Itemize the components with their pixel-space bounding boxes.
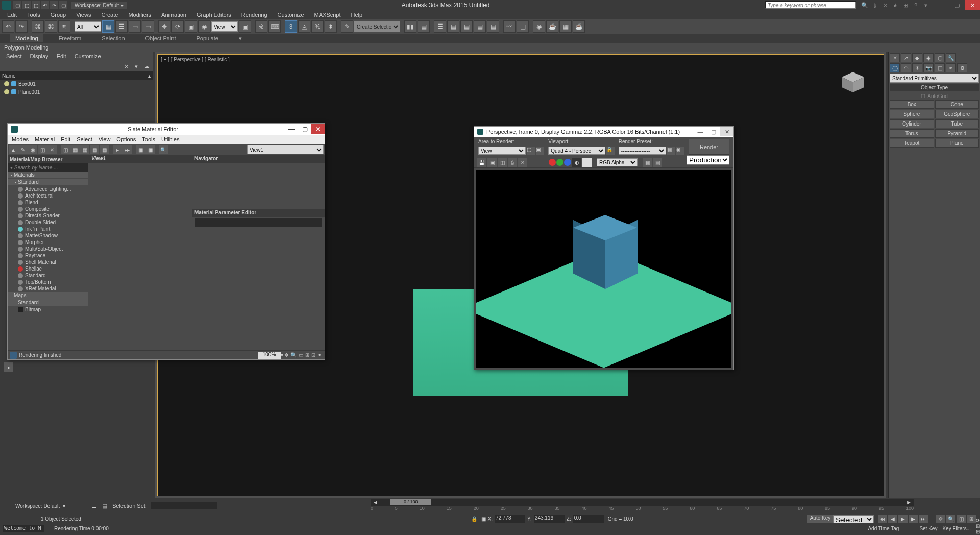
add-time-tag[interactable]: Add Time Tag [868,526,899,531]
save-icon[interactable]: ▢ [32,1,40,9]
menu-views[interactable]: Views [71,12,96,18]
rotate-button[interactable]: ⟳ [172,20,184,33]
menu-maxscript[interactable]: MAXScript [309,12,346,18]
key-mode-dropdown[interactable]: Selected [833,515,874,523]
ribbon-tab-selection[interactable]: Selection [96,34,130,42]
new-icon[interactable]: ▢ [13,1,21,9]
slate-menu-edit[interactable]: Edit [61,136,70,142]
material-item[interactable]: Standard [8,272,88,279]
autogrid-checkbox[interactable]: ☐ AutoGrid [890,92,979,100]
sphere-button[interactable]: Sphere [890,110,934,118]
plane-button[interactable]: Plane [935,139,979,148]
orbit-icon[interactable]: ⟳ [976,518,980,523]
se-menu-display[interactable]: Display [30,53,48,60]
key-filters-button[interactable]: Key Filters... [942,526,971,531]
mirror-button[interactable]: ▮▮ [404,20,416,33]
motion-tab-icon[interactable]: ◉ [923,53,934,62]
percent-snap-button[interactable]: % [311,20,324,33]
dropdown-icon[interactable]: ▾ [922,1,930,9]
bind-button[interactable]: ≋ [58,20,70,33]
nav-icon[interactable]: ⊞ [976,529,980,534]
ribbon-tab-freeform[interactable]: Freeform [54,34,87,42]
shapes-icon[interactable]: ◠ [901,63,911,72]
render-minimize-button[interactable]: — [694,127,707,136]
material-item[interactable]: Shellac [8,265,88,272]
scene-explorer-header[interactable]: Name ▴ [0,71,153,80]
scale-button[interactable]: ▣ [185,20,197,33]
selection-filter-dropdown[interactable]: All [75,21,101,32]
systems-icon[interactable]: ⚙ [957,63,967,72]
select-name-button[interactable]: ☰ [115,20,128,33]
render-output[interactable] [476,170,731,368]
slate-close-button[interactable]: ✕ [311,124,325,134]
pan-sel-icon[interactable]: ✦ [317,352,322,358]
crease-explorer-button[interactable]: ▤ [474,20,486,33]
menu-create[interactable]: Create [96,12,123,18]
slate-minimize-button[interactable]: — [285,124,298,134]
lock-icon[interactable]: 🔒 [471,516,477,522]
scene-item-box[interactable]: Box001 [0,80,153,88]
spinner-snap-button[interactable]: ⬍ [325,20,337,33]
material-item[interactable]: Architectural [8,192,88,199]
red-channel-button[interactable] [549,159,556,166]
spacewarps-icon[interactable]: ≈ [946,63,956,72]
pan-icon[interactable]: ✥ [284,352,288,358]
layout-children-icon[interactable]: ▸ [113,145,122,154]
workspace-indicator[interactable]: Workspace: Default ▾ [0,503,92,509]
unlink-button[interactable]: ⌘ [45,20,57,33]
setkey-button[interactable]: Set Key [919,526,937,531]
x-input[interactable]: 72.778 [495,515,525,523]
auto-region-icon[interactable]: ▣ [536,147,544,155]
area-dropdown[interactable]: View [478,147,526,155]
link-button[interactable]: ⌘ [32,20,44,33]
primitive-category-dropdown[interactable]: Standard Primitives [890,74,979,83]
layers-icon[interactable]: ☰ [92,503,102,509]
close-button[interactable]: ✕ [965,0,980,10]
ribbon-panel-label[interactable]: Polygon Modeling [4,44,48,51]
menu-customize[interactable]: Customize [273,12,309,18]
save-image-icon[interactable]: 💾 [477,158,486,167]
blue-channel-button[interactable] [564,159,571,166]
edit-region-icon[interactable]: ▢ [527,147,535,155]
pyramid-button[interactable]: Pyramid [935,129,979,138]
menu-rendering[interactable]: Rendering [236,12,273,18]
layer-explorer-button[interactable]: ▤ [460,20,473,33]
layout-all-icon[interactable]: ▸▸ [122,145,132,154]
zoom-icon[interactable]: 🔍 [946,515,955,523]
ref-coord-dropdown[interactable]: View [211,21,238,32]
select-tool-icon[interactable]: ▲ [9,145,18,154]
slate-menu-material[interactable]: Material [35,136,55,142]
selection-set-dropdown[interactable] [151,502,217,509]
hierarchy-tab-icon[interactable]: ◆ [912,53,922,62]
create-tab-icon[interactable]: ☀ [890,53,900,62]
autokey-button[interactable]: Auto Key [807,515,833,523]
menu-help[interactable]: Help [346,12,368,18]
material-item[interactable]: Raytrace [8,252,88,259]
move-children-icon[interactable]: ◫ [61,145,70,154]
teapot-button[interactable]: Teapot [890,139,934,148]
scrub-left-icon[interactable]: ◄ [371,499,380,505]
align-button[interactable]: ▤ [418,20,430,33]
view-tab[interactable]: View1 [88,155,192,163]
helpers-icon[interactable]: ◫ [935,63,945,72]
time-ruler[interactable]: 0 5 10 15 20 25 30 35 40 45 50 55 60 65 … [371,506,914,513]
visibility-icon[interactable] [4,81,9,86]
cylinder-button[interactable]: Cylinder [890,119,934,128]
menu-animation[interactable]: Animation [156,12,191,18]
keyboard-shortcut-button[interactable]: ⌨ [268,20,281,33]
browser-search-input[interactable]: ▾ Search by Name ... [8,163,88,172]
se-menu-customize[interactable]: Customize [75,53,101,60]
hide-unused-icon[interactable]: ▦ [70,145,80,154]
zoom-extents-icon[interactable]: ⊞ [305,352,309,358]
open-icon[interactable]: ▢ [22,1,31,9]
window-crossing-button[interactable]: ▭ [142,20,154,33]
render-button[interactable]: Render [689,139,729,155]
material-item[interactable]: Double Sided [8,219,88,226]
copy-image-icon[interactable]: ▣ [487,158,497,167]
menu-edit[interactable]: Edit [2,12,22,18]
slate-menu-modes[interactable]: Modes [12,136,29,142]
zoom-dropdown-icon[interactable]: ▾ [281,352,283,358]
next-frame-button[interactable]: ▶ [909,515,918,523]
render-maximize-button[interactable]: ▢ [707,127,720,136]
slate-maximize-button[interactable]: ▢ [298,124,311,134]
